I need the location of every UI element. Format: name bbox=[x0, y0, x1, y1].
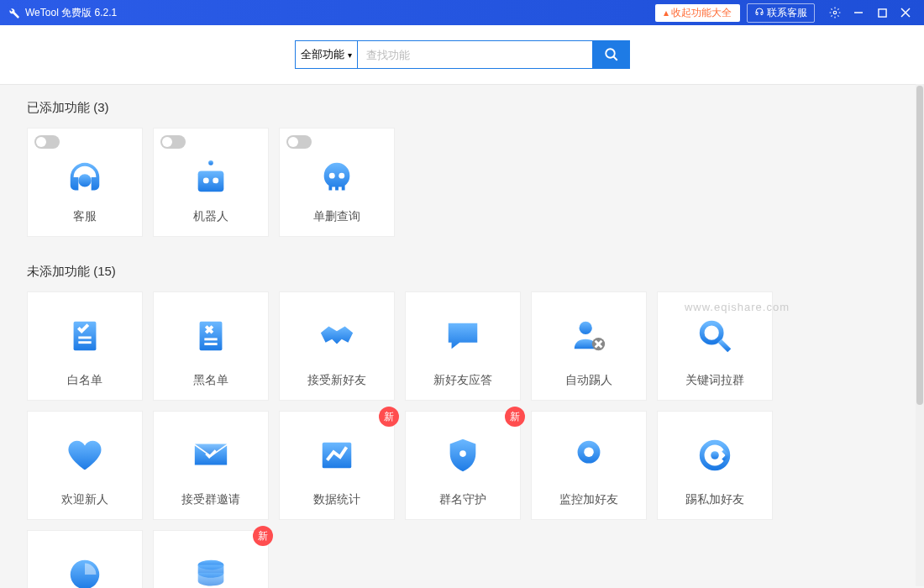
feature-card[interactable]: 黑名单 bbox=[153, 291, 269, 401]
unadded-section-title: 未添加功能 (15) bbox=[27, 264, 897, 280]
search-bar: 全部功能 ▾ bbox=[0, 25, 924, 85]
settings-button[interactable] bbox=[823, 0, 847, 25]
close-button[interactable] bbox=[894, 0, 917, 25]
contact-support-button[interactable]: 联系客服 bbox=[747, 3, 815, 23]
svg-rect-2 bbox=[878, 8, 885, 16]
skull-icon bbox=[280, 149, 394, 209]
feature-card[interactable]: 白名单 bbox=[27, 291, 143, 401]
feature-label: 机器人 bbox=[193, 209, 228, 236]
feature-label: 关键词拉群 bbox=[685, 373, 744, 400]
new-badge: 新 bbox=[505, 407, 525, 427]
search-input[interactable] bbox=[358, 40, 593, 69]
feature-card[interactable]: 接受新好友 bbox=[279, 291, 395, 401]
search-button[interactable] bbox=[593, 40, 630, 69]
chart-icon bbox=[280, 418, 394, 492]
chevron-up-icon: ▴ bbox=[664, 7, 669, 18]
doc-x-icon bbox=[154, 299, 268, 373]
feature-card[interactable]: 客服 bbox=[27, 128, 143, 237]
feature-card[interactable]: 新好友应答 bbox=[405, 291, 521, 401]
unadded-grid: 白名单黑名单接受新好友新好友应答自动踢人关键词拉群欢迎新人接受群邀请新数据统计新… bbox=[27, 291, 897, 588]
loop-icon bbox=[658, 418, 772, 492]
envelope-icon bbox=[154, 418, 268, 492]
feature-label: 自动踢人 bbox=[565, 373, 612, 400]
doc-check-icon bbox=[28, 299, 142, 373]
feature-label: 群名守护 bbox=[439, 492, 486, 519]
handshake-icon bbox=[280, 299, 394, 373]
svg-line-6 bbox=[613, 56, 617, 60]
stack-icon bbox=[154, 538, 268, 588]
feature-card[interactable]: 新群名守护 bbox=[405, 411, 521, 520]
new-badge: 新 bbox=[253, 526, 273, 546]
svg-point-5 bbox=[606, 49, 615, 58]
webcam-icon bbox=[532, 418, 646, 492]
pie-icon bbox=[28, 538, 142, 588]
feature-label: 接受新好友 bbox=[307, 373, 366, 400]
feature-label: 接受群邀请 bbox=[181, 492, 240, 519]
svg-point-0 bbox=[833, 11, 837, 14]
maximize-button[interactable] bbox=[870, 0, 894, 25]
headset-icon bbox=[28, 149, 142, 209]
headset-icon bbox=[754, 7, 764, 19]
new-badge: 新 bbox=[379, 407, 399, 427]
added-section-title: 已添加功能 (3) bbox=[27, 100, 897, 116]
category-select[interactable]: 全部功能 ▾ bbox=[295, 40, 358, 69]
feature-label: 踢私加好友 bbox=[685, 492, 744, 519]
feature-label: 监控加好友 bbox=[559, 492, 618, 519]
feature-label: 黑名单 bbox=[193, 373, 228, 400]
feature-label: 新好友应答 bbox=[433, 373, 492, 400]
minimize-button[interactable] bbox=[847, 0, 870, 25]
app-title: WeTool 免费版 6.2.1 bbox=[25, 6, 117, 20]
chat-icon bbox=[406, 299, 520, 373]
chevron-down-icon: ▾ bbox=[348, 50, 352, 60]
feature-label: 单删查询 bbox=[313, 209, 360, 236]
feature-card[interactable]: 新积分统计 bbox=[153, 530, 269, 588]
heart-icon bbox=[28, 418, 142, 492]
watermark: www.eqishare.com bbox=[685, 301, 790, 313]
added-grid: 客服机器人单删查询 bbox=[27, 128, 897, 237]
feature-card[interactable]: 监控加好友 bbox=[531, 411, 647, 520]
shield-icon bbox=[406, 418, 520, 492]
titlebar: WeTool 免费版 6.2.1 ▴ 收起功能大全 联系客服 bbox=[0, 0, 924, 25]
feature-card[interactable]: 群成员查重 bbox=[27, 530, 143, 588]
robot-icon bbox=[154, 149, 268, 209]
feature-label: 客服 bbox=[73, 209, 97, 236]
feature-card[interactable]: 接受群邀请 bbox=[153, 411, 269, 520]
feature-card[interactable]: 新数据统计 bbox=[279, 411, 395, 520]
feature-card[interactable]: 自动踢人 bbox=[531, 291, 647, 401]
content-area: 已添加功能 (3) 客服机器人单删查询 未添加功能 (15) 白名单黑名单接受新… bbox=[0, 85, 924, 588]
scrollbar-thumb[interactable] bbox=[916, 86, 923, 405]
feature-toggle[interactable] bbox=[34, 135, 60, 149]
feature-card[interactable]: 欢迎新人 bbox=[27, 411, 143, 520]
feature-label: 欢迎新人 bbox=[61, 492, 108, 519]
feature-label: 白名单 bbox=[67, 373, 102, 400]
feature-toggle[interactable] bbox=[286, 135, 312, 149]
feature-toggle[interactable] bbox=[160, 135, 186, 149]
feature-card[interactable]: 机器人 bbox=[153, 128, 269, 237]
feature-label: 数据统计 bbox=[313, 492, 360, 519]
user-x-icon bbox=[532, 299, 646, 373]
collapse-features-button[interactable]: ▴ 收起功能大全 bbox=[655, 4, 740, 22]
feature-card[interactable]: 踢私加好友 bbox=[657, 411, 773, 520]
app-wrench-icon bbox=[7, 6, 20, 19]
feature-card[interactable]: 单删查询 bbox=[279, 128, 395, 237]
